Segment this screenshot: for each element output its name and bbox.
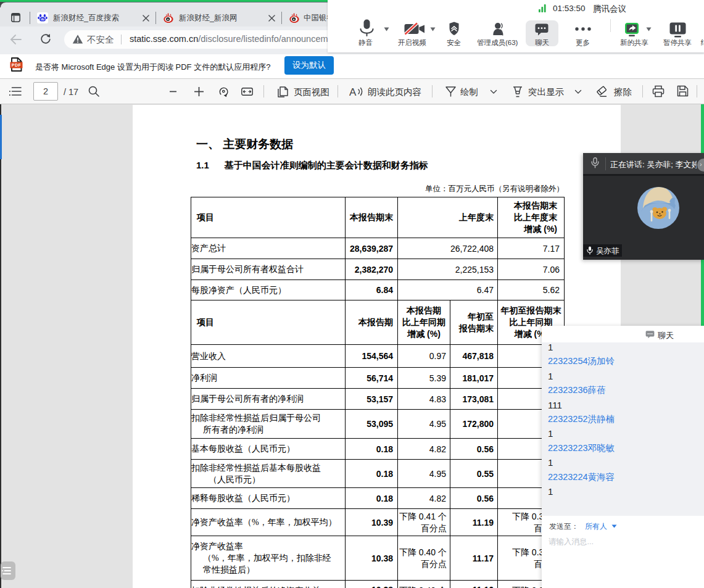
svg-text:du: du — [41, 18, 44, 21]
svg-text:PDF: PDF — [12, 63, 22, 67]
svg-text:A: A — [349, 86, 357, 97]
